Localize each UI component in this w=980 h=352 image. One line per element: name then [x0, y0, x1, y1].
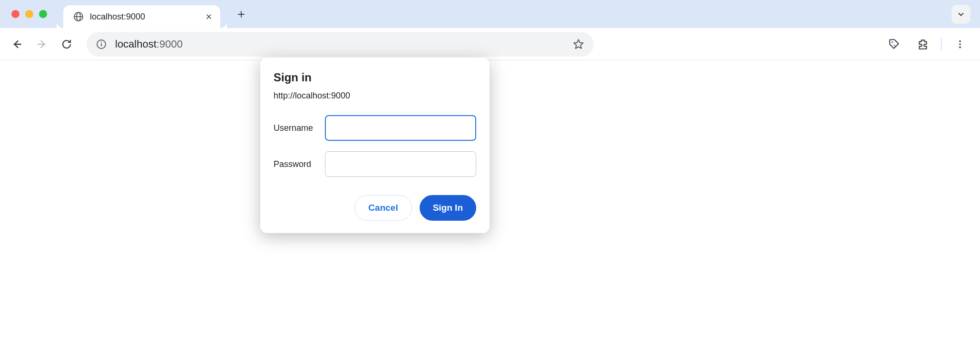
nav-reload-button[interactable]	[55, 33, 78, 56]
svg-point-6	[959, 43, 961, 45]
browser-menu-button[interactable]	[950, 34, 970, 55]
password-input[interactable]	[325, 151, 476, 177]
svg-point-5	[959, 40, 961, 42]
browser-toolbar: localhost:9000	[0, 28, 980, 60]
password-label: Password	[274, 159, 325, 169]
username-label: Username	[274, 123, 325, 133]
signin-button[interactable]: Sign In	[420, 195, 476, 221]
address-bar[interactable]: localhost:9000	[87, 32, 594, 57]
tab-search-button[interactable]	[951, 5, 970, 24]
nav-back-button[interactable]	[6, 33, 29, 56]
window-minimize-button[interactable]	[25, 10, 33, 18]
toolbar-right	[884, 34, 974, 55]
auth-dialog-actions: Cancel Sign In	[274, 195, 476, 221]
password-row: Password	[274, 151, 476, 177]
window-close-button[interactable]	[11, 10, 20, 18]
toolbar-separator	[941, 38, 942, 51]
window-controls	[11, 10, 47, 18]
http-auth-dialog: Sign in http://localhost:9000 Username P…	[260, 58, 490, 233]
cancel-button[interactable]: Cancel	[354, 195, 412, 221]
window-fullscreen-button[interactable]	[39, 10, 47, 18]
globe-icon	[73, 11, 84, 22]
svg-point-7	[959, 46, 961, 48]
url-port: :9000	[157, 38, 183, 50]
url-host: localhost	[115, 38, 157, 50]
username-row: Username	[274, 115, 476, 141]
new-tab-button[interactable]	[232, 5, 251, 24]
tab-strip-right	[951, 5, 973, 24]
address-bar-url: localhost:9000	[115, 38, 564, 50]
tab-strip: localhost:9000	[0, 0, 980, 28]
svg-point-3	[101, 41, 102, 42]
tab-title: localhost:9000	[90, 12, 204, 22]
extensions-icon[interactable]	[912, 34, 933, 55]
svg-point-4	[892, 41, 893, 42]
site-info-icon[interactable]	[95, 38, 108, 50]
price-tag-icon[interactable]	[884, 34, 905, 55]
auth-dialog-origin: http://localhost:9000	[274, 91, 476, 101]
username-input[interactable]	[325, 115, 476, 141]
tab-close-button[interactable]	[204, 12, 214, 21]
bookmark-star-icon[interactable]	[572, 38, 585, 51]
nav-forward-button[interactable]	[30, 33, 53, 56]
auth-dialog-title: Sign in	[274, 71, 476, 84]
browser-tab[interactable]: localhost:9000	[63, 5, 220, 28]
page-content: Sign in http://localhost:9000 Username P…	[0, 60, 980, 352]
